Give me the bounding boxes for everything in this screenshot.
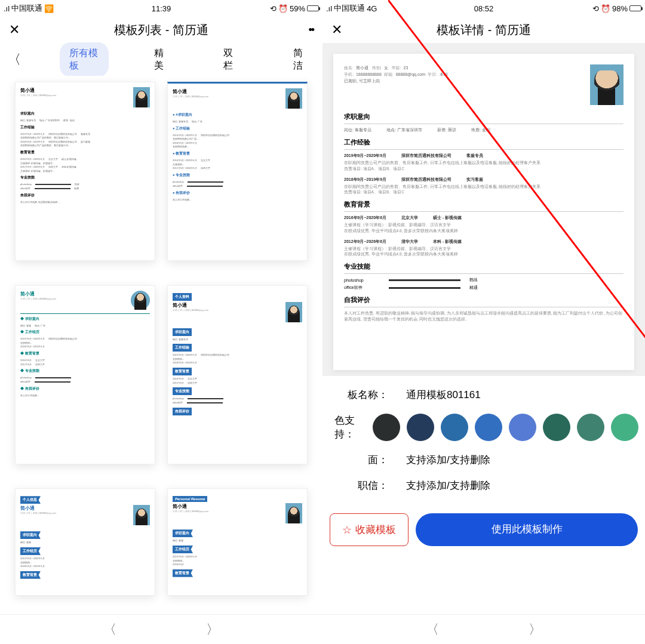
close-icon[interactable]: ✕ [331, 22, 342, 38]
bottom-nav-right: 〈 〉 [322, 614, 645, 644]
battery-icon [629, 5, 641, 11]
attr-letter: 职信： 支持添加/支持删除 [322, 473, 645, 498]
tab-double[interactable]: 双栏 [214, 42, 248, 77]
avatar-icon [133, 505, 150, 525]
prev-icon[interactable]: 〈 [426, 621, 439, 639]
tab-fine[interactable]: 精美 [145, 42, 179, 77]
avatar-icon [133, 87, 150, 107]
avatar-icon [285, 302, 302, 322]
detail-area: 姓名:简小通 性别:女 年龄:23 手机:18888888888 邮箱:8888… [322, 43, 645, 614]
prev-icon[interactable]: 〈 [103, 621, 116, 639]
left-phone-screen: .ıl 中国联通 🛜 11:39 ⟲ ⏰ 59% ✕ 模板列表 - 简历通 ••… [0, 0, 322, 644]
attr-name: 板名称： 通用模板801161 [322, 382, 645, 408]
back-icon[interactable]: 〈 [5, 51, 24, 69]
rotation-lock-icon: ⟲ [270, 4, 277, 13]
status-time: 08:52 [474, 4, 494, 13]
section-edu: 教育背景 [344, 200, 624, 212]
carrier: 中国联通 [11, 3, 42, 14]
next-icon[interactable]: 〉 [206, 621, 219, 639]
rotation-lock-icon: ⟲ [592, 4, 599, 13]
status-bar-right: .ıl 中国联通 4G 08:52 ⟲ ⏰ 98% [322, 0, 645, 17]
template-grid: 简小通工作 | 1年 | 本科 | 88888@qq.com 求职意向 岗位: … [0, 76, 322, 614]
color-swatch[interactable] [407, 414, 434, 441]
nav-bar-right: ✕ 模板详情 - 简历通 [322, 17, 645, 43]
avatar-icon [285, 88, 302, 109]
network-type: 4G [367, 4, 377, 13]
resume-preview[interactable]: 姓名:简小通 性别:女 年龄:23 手机:18888888888 邮箱:8888… [333, 54, 634, 370]
personal-info: 姓名:简小通 性别:女 年龄:23 手机:18888888888 邮箱:8888… [344, 64, 448, 105]
color-swatch[interactable] [373, 414, 400, 441]
color-swatch[interactable] [577, 414, 604, 441]
template-thumb[interactable]: 个人信息 简小通工作 | 1年 | 本科 | 88888@qq.com 求职意向… [15, 488, 155, 596]
favorite-button[interactable]: 收藏模板 [330, 513, 408, 546]
avatar [590, 64, 624, 105]
template-thumb[interactable]: 个人资料 简小通工作 | 1年 | 本科 | 88888@qq.com 求职意向… [167, 285, 308, 464]
tab-all[interactable]: 所有模板 [60, 42, 109, 77]
close-icon[interactable]: ✕ [9, 22, 20, 38]
status-bar-left: .ıl 中国联通 🛜 11:39 ⟲ ⏰ 59% [0, 0, 322, 17]
battery-icon [307, 5, 319, 11]
color-swatch[interactable] [611, 414, 638, 441]
section-skill: 专业技能 [344, 262, 624, 274]
color-swatch[interactable] [509, 414, 536, 441]
template-thumb[interactable]: 简小通工作 | 1年 | 本科 | 88888@qq.com 求职意向 岗位: … [15, 82, 155, 261]
right-phone-screen: .ıl 中国联通 4G 08:52 ⟲ ⏰ 98% ✕ 模板详情 - 简历通 姓… [322, 0, 645, 644]
color-swatch[interactable] [543, 414, 570, 441]
status-time: 11:39 [152, 4, 171, 13]
template-thumb[interactable]: 简小通工作 | 1年 | 本科 | 88888@qq.com #求职意向 岗位:… [167, 82, 308, 261]
avatar-icon [285, 503, 302, 523]
alarm-icon: ⏰ [278, 4, 288, 13]
next-icon[interactable]: 〉 [529, 621, 542, 639]
section-work: 工作经验 [344, 138, 624, 150]
color-swatch[interactable] [441, 414, 468, 441]
template-thumb[interactable]: 简小通工作 | 1年 | 本科 | 88888@qq.com 求职意向 岗位: … [15, 285, 155, 464]
nav-bar-left: ✕ 模板列表 - 简历通 •• [0, 17, 322, 43]
star-icon [342, 523, 352, 537]
carrier: 中国联通 [334, 3, 365, 14]
attr-cover: 面： 支持添加/支持删除 [322, 447, 645, 473]
template-attributes: 板名称： 通用模板801161 色支持： 面： 支持添加/支持删除 [322, 376, 645, 614]
signal-icon: .ıl [326, 4, 332, 13]
use-template-button[interactable]: 使用此模板制作 [416, 513, 638, 546]
alarm-icon: ⏰ [601, 4, 610, 13]
template-thumb[interactable]: Personal Resume 简小通工作 | 1年 | 本科 | 88888@… [167, 488, 308, 596]
wifi-icon: 🛜 [44, 4, 54, 13]
section-intent: 求职意向 [344, 112, 624, 124]
more-icon[interactable]: •• [308, 24, 314, 36]
tab-simple[interactable]: 简洁 [284, 42, 318, 77]
attr-colors: 色支持： [322, 408, 645, 447]
bottom-nav-left: 〈 〉 [0, 614, 322, 644]
category-tabs: 〈 所有模板 精美 双栏 简洁 [0, 43, 322, 76]
avatar-icon [131, 291, 150, 310]
battery-pct: 59% [290, 4, 305, 13]
page-title: 模板列表 - 简历通 [114, 22, 208, 38]
page-title: 模板详情 - 简历通 [437, 22, 531, 38]
signal-icon: .ıl [4, 4, 10, 13]
battery-pct: 98% [612, 4, 628, 13]
color-swatch[interactable] [475, 414, 502, 441]
section-self: 自我评价 [344, 295, 624, 307]
